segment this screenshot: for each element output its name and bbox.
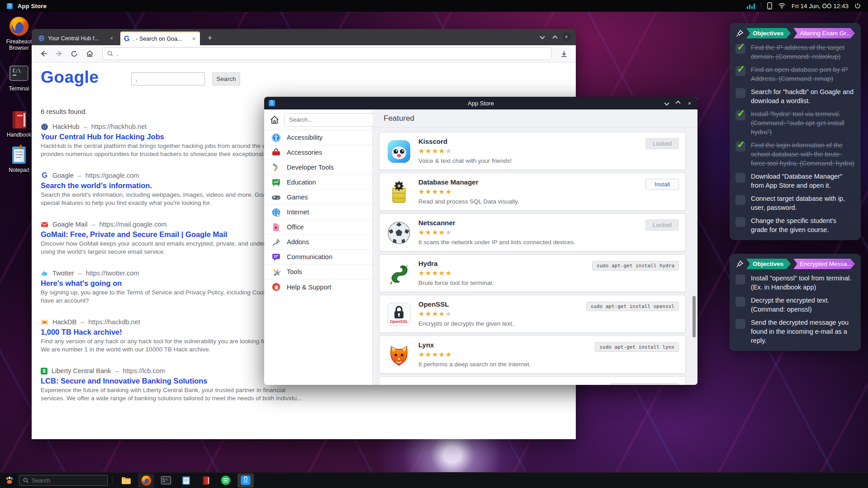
objective-task[interactable]: Search for "hackdb" on Goagle and downlo… <box>735 87 855 105</box>
minimize-chevron-down-icon[interactable] <box>664 100 669 105</box>
objective-task[interactable]: Find the IP address of the target domain… <box>735 43 855 61</box>
phone-icon[interactable] <box>767 2 772 9</box>
new-tab-button[interactable]: + <box>204 33 215 43</box>
desktop-icon-terminal[interactable]: C:\ Terminal <box>3 62 35 92</box>
result-site: Goagle <box>52 172 74 179</box>
objective-task[interactable]: Decrypt the encrypted text. (Command: op… <box>735 296 855 314</box>
download-icon[interactable] <box>558 47 570 60</box>
taskbar-terminal-icon[interactable]: C:\ <box>158 474 174 488</box>
goagle-search-input[interactable] <box>131 72 205 85</box>
objective-task[interactable]: Install "hydra" tool via terminal. (Comm… <box>735 109 855 137</box>
taskbar-music-icon[interactable] <box>218 474 234 488</box>
checkbox-unchecked[interactable] <box>735 297 745 307</box>
app-card-database-manager[interactable]: Database Manager ★★★★★ Read and process … <box>379 173 686 211</box>
category-addons[interactable]: Addons <box>264 235 372 250</box>
app-card-partial[interactable]: sudo apt-get install <box>379 376 686 385</box>
appstore-close-button[interactable]: × <box>688 100 691 107</box>
app-card-netscanner[interactable]: Netscanner ★★★★★ It scans the network un… <box>379 213 686 251</box>
forward-icon[interactable] <box>52 47 65 60</box>
category-help-support[interactable]: Help & Support <box>264 280 372 294</box>
checkbox-checked[interactable] <box>735 66 745 76</box>
taskbar-search[interactable] <box>19 475 108 486</box>
objective-task[interactable]: Find an open database port by IP Address… <box>735 65 855 83</box>
taskbar-search-input[interactable] <box>32 477 100 484</box>
home-icon[interactable] <box>270 115 280 125</box>
category-education[interactable]: Education <box>264 175 372 190</box>
category-tools[interactable]: Tools <box>264 265 372 280</box>
browser-tab-search[interactable]: G . - Search on Goa... × <box>120 31 200 45</box>
app-name: OpenSSL <box>418 300 449 308</box>
category-label: Developer Tools <box>287 164 334 171</box>
accessibility-icon <box>271 133 281 142</box>
category-accessibility[interactable]: Accessibility <box>264 130 372 145</box>
appstore-search-input[interactable] <box>284 113 374 127</box>
app-name: Database Manager <box>418 178 479 186</box>
objectives-tag: Objectives <box>746 259 791 269</box>
tab-list-chevron-down-icon[interactable] <box>540 34 545 39</box>
browser-tab-hackhub[interactable]: Your Central Hub f... × <box>34 31 118 45</box>
objective-task[interactable]: Find the login information of the school… <box>735 141 855 168</box>
window-restore-chevron-up-icon[interactable] <box>552 35 557 40</box>
app-card-kisscord[interactable]: Kisscord ★★★★★ Voice & text chat with yo… <box>379 132 686 170</box>
checkbox-checked[interactable] <box>735 44 745 54</box>
category-office[interactable]: Office <box>264 220 372 235</box>
category-internet[interactable]: Internet <box>264 205 372 220</box>
start-paw-icon[interactable] <box>5 475 14 485</box>
tab-close-icon[interactable]: × <box>191 36 196 42</box>
checkbox-unchecked[interactable] <box>735 173 745 183</box>
wrench-icon <box>271 267 281 277</box>
home-icon[interactable] <box>83 47 96 60</box>
appstore-titlebar[interactable]: App Store × <box>264 97 697 109</box>
objective-task[interactable]: Install "openssl" tool from terminal. (E… <box>735 274 855 292</box>
taskbar-notepad-icon[interactable] <box>178 474 194 488</box>
app-card-lynx[interactable]: Lynx ★★★★★ It performs a deep search on … <box>379 336 686 374</box>
app-card-hydra[interactable]: Hydra ★★★★★ Brute force tool for termina… <box>379 254 686 292</box>
reload-icon[interactable] <box>68 47 81 60</box>
goagle-search-button[interactable]: Search <box>212 72 240 85</box>
taskbar-handbook-icon[interactable] <box>198 474 214 488</box>
checkbox-checked[interactable] <box>735 110 745 120</box>
maximize-chevron-up-icon[interactable] <box>676 100 681 105</box>
pin-icon[interactable] <box>735 29 744 38</box>
category-label: Office <box>287 223 304 231</box>
app-card-openssl[interactable]: OpenSSL OpenSSL ★★★★★ Encrypts or decryp… <box>379 295 686 333</box>
taskbar-browser-icon[interactable] <box>138 474 154 488</box>
checkbox-unchecked[interactable] <box>735 319 745 329</box>
taskbar-appstore-icon[interactable] <box>237 474 254 488</box>
appstore-scrollbar[interactable] <box>693 296 696 337</box>
checkbox-checked[interactable] <box>735 142 745 152</box>
power-icon[interactable] <box>854 3 861 9</box>
url-bar[interactable]: . <box>102 47 551 60</box>
desktop-icon-handbook[interactable]: Handbook <box>3 109 35 138</box>
openssl-app-icon: OpenSSL <box>387 302 411 327</box>
desktop-icon-notepad[interactable]: Notepad <box>3 144 35 173</box>
back-icon[interactable] <box>37 47 50 60</box>
install-command-badge: sudo apt-get install lynx <box>595 342 679 352</box>
checkbox-unchecked[interactable] <box>735 217 745 227</box>
search-icon <box>107 51 113 57</box>
tab-close-icon[interactable]: × <box>109 35 114 42</box>
checkbox-unchecked[interactable] <box>735 275 745 284</box>
app-name: Netscanner <box>418 219 455 227</box>
objective-task[interactable]: Connect target database with ip, user, p… <box>735 194 855 212</box>
category-communication[interactable]: Communication <box>264 250 372 265</box>
objective-task[interactable]: Send the decrypted message you found in … <box>735 318 855 345</box>
pin-icon[interactable] <box>735 260 744 268</box>
install-command-badge: sudo apt-get install openssl <box>586 302 679 311</box>
desktop-icon-browser[interactable]: Fireabeast Browser <box>3 15 35 51</box>
wifi-icon[interactable] <box>778 3 786 9</box>
objective-task[interactable]: Change the specific student's grade for … <box>735 216 855 234</box>
checkbox-unchecked[interactable] <box>735 195 745 205</box>
checkbox-unchecked[interactable] <box>735 88 745 98</box>
activity-monitor-icon[interactable] <box>747 3 755 9</box>
system-clock[interactable]: Fri 14 Jun, ÖÖ 12:43 <box>792 3 849 9</box>
active-app-name[interactable]: App Store <box>18 3 47 9</box>
result-url: https://hackdb.net <box>88 318 140 326</box>
objective-task[interactable]: Download "Database Manager" from App Sto… <box>735 172 855 190</box>
category-games[interactable]: Games <box>264 190 372 205</box>
taskbar-files-icon[interactable] <box>118 474 134 488</box>
category-accessories[interactable]: Accessories <box>264 145 372 160</box>
category-developer-tools[interactable]: Developer Tools <box>264 160 372 175</box>
browser-close-button[interactable]: × <box>562 32 571 41</box>
install-button[interactable]: Install <box>645 179 679 190</box>
